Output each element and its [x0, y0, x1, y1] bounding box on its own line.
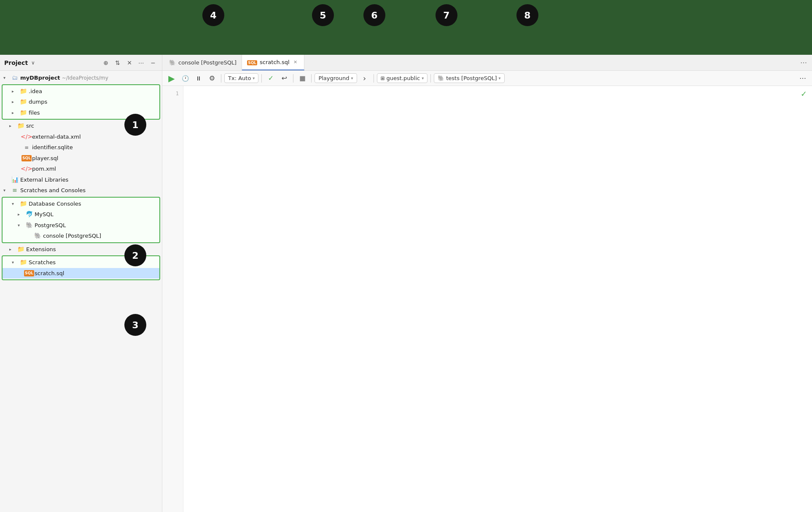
add-icon[interactable]: ⊕	[101, 58, 110, 67]
project-root[interactable]: ▾ 🗂 myDBproject ~/IdeaProjects/my	[0, 72, 162, 83]
schema-dropdown[interactable]: ⊞ guest.public ▾	[377, 73, 428, 83]
schema-arrow: ▾	[422, 76, 424, 80]
tab-bar: 🐘 console [PostgreSQL] SQL scratch.sql ✕…	[162, 55, 812, 71]
tab-scratch-sql[interactable]: SQL scratch.sql ✕	[242, 55, 304, 70]
db-dropdown[interactable]: 🐘 tests [PostgreSQL] ▾	[434, 73, 504, 83]
pom-xml-icon: </>	[23, 165, 30, 173]
scratches-consoles-icon: ≡	[11, 187, 19, 194]
chevron-down: ▾	[18, 222, 24, 228]
line-numbers: 1	[162, 86, 183, 512]
src-label: src	[26, 122, 34, 130]
separator-1	[221, 74, 221, 83]
scratch-sql-item[interactable]: SQL scratch.sql	[3, 268, 159, 279]
console-postgresql-label: console [PostgreSQL]	[43, 232, 101, 240]
tab-console-postgresql-label: console [PostgreSQL]	[178, 59, 237, 66]
files-label: files	[29, 109, 40, 117]
separator-4	[311, 74, 312, 83]
tab-scratch-sql-label: scratch.sql	[260, 59, 289, 65]
playground-label: Playground	[318, 75, 349, 81]
separator-3	[293, 74, 293, 83]
tab-close-button[interactable]: ✕	[292, 59, 299, 66]
run-button[interactable]: ▶	[166, 72, 177, 84]
pause-button[interactable]: ⏸	[193, 72, 204, 84]
external-data-label: external-data.xml	[32, 133, 81, 141]
stop-button[interactable]: ■	[296, 72, 308, 84]
external-libraries-label: External Libraries	[20, 176, 68, 184]
idea-folder[interactable]: ▸ 📁 .idea	[3, 86, 159, 97]
separator-2	[261, 74, 262, 83]
mysql-folder[interactable]: ▸ 🐬 MySQL	[3, 209, 159, 220]
idea-label: .idea	[29, 87, 42, 96]
playground-dropdown[interactable]: Playground ▾	[315, 73, 357, 83]
scratch-sql-label: scratch.sql	[35, 269, 64, 278]
settings-button[interactable]: ⚙	[206, 72, 218, 84]
annotation-badge-1: 1	[124, 114, 146, 136]
commit-button[interactable]: ✓	[265, 72, 277, 84]
schema-label: guest.public	[387, 75, 420, 81]
src-folder-icon: 📁	[17, 122, 24, 130]
files-folder-icon: 📁	[19, 109, 27, 116]
editor-content[interactable]: ✓	[183, 86, 812, 512]
chevron-right-icon: ▸	[12, 88, 18, 94]
annotation-badge-7: 7	[436, 4, 457, 26]
tab-more-button[interactable]: ⋯	[797, 59, 810, 67]
tab-pg-icon: 🐘	[169, 59, 176, 66]
pom-xml[interactable]: </> pom.xml	[0, 164, 162, 174]
chevron-icon: ▾	[3, 75, 9, 81]
db-arrow: ▾	[498, 76, 500, 80]
move-icon[interactable]: ⇅	[113, 58, 122, 67]
tx-auto-dropdown[interactable]: Tx: Auto ▾	[224, 73, 258, 83]
identifier-label: identifier.sqlite	[32, 143, 73, 152]
chevron-right-icon: ▸	[12, 110, 18, 116]
player-sql[interactable]: SQL player.sql	[0, 153, 162, 164]
more-icon[interactable]: ⋯	[137, 58, 146, 67]
chevron-down: ▾	[3, 187, 9, 193]
idea-folder-icon: 📁	[19, 87, 27, 95]
dumps-folder-icon: 📁	[19, 98, 27, 106]
minimize-icon[interactable]: −	[148, 58, 158, 67]
project-title-arrow[interactable]: ∨	[31, 60, 35, 66]
postgresql-label: PostgreSQL	[35, 221, 66, 230]
sql-file-icon: SQL	[23, 154, 30, 162]
sidebar-header: Project ∨ ⊕ ⇅ ✕ ⋯ −	[0, 55, 162, 71]
console-postgresql-item[interactable]: 🐘 console [PostgreSQL]	[3, 231, 159, 241]
sqlite-icon: ≡	[23, 144, 30, 151]
line-number-1: 1	[162, 89, 183, 98]
scratch-sql-icon: SQL	[25, 269, 33, 277]
tab-console-postgresql[interactable]: 🐘 console [PostgreSQL]	[164, 55, 242, 70]
mysql-label: MySQL	[35, 210, 54, 219]
scratches-label: Scratches	[29, 258, 56, 267]
tx-auto-label: Tx: Auto	[228, 75, 251, 81]
scratches-and-consoles[interactable]: ▾ ≡ Scratches and Consoles	[0, 185, 162, 196]
rollback-button[interactable]: ↩	[278, 72, 290, 84]
external-lib-icon: 📊	[11, 176, 19, 183]
db-consoles-folder-icon: 📁	[19, 200, 27, 207]
scratches-consoles-label: Scratches and Consoles	[20, 186, 86, 195]
pg-console-icon: 🐘	[34, 232, 41, 240]
tab-sql-icon: SQL	[247, 59, 257, 65]
dumps-folder[interactable]: ▸ 📁 dumps	[3, 97, 159, 107]
separator-5	[374, 74, 374, 83]
postgresql-icon: 🐘	[25, 221, 33, 229]
project-name-label: myDBproject ~/IdeaProjects/my	[20, 74, 108, 82]
check-mark: ✓	[801, 89, 807, 98]
history-button[interactable]: 🕐	[179, 72, 191, 84]
dumps-label: dumps	[29, 98, 47, 106]
database-consoles-folder[interactable]: ▾ 📁 Database Consoles	[3, 198, 159, 209]
content-area: 🐘 console [PostgreSQL] SQL scratch.sql ✕…	[162, 55, 812, 512]
db-label: tests [PostgreSQL]	[446, 75, 497, 81]
database-consoles-label: Database Consoles	[29, 200, 81, 208]
identifier-sqlite[interactable]: ≡ identifier.sqlite	[0, 142, 162, 153]
xml-icon: </>	[23, 133, 30, 140]
arrow-button[interactable]: ›	[359, 72, 371, 84]
postgresql-folder[interactable]: ▾ 🐘 PostgreSQL	[3, 220, 159, 231]
editor-toolbar: ▶ 🕐 ⏸ ⚙ Tx: Auto ▾ ✓ ↩	[162, 71, 812, 86]
project-title: Project	[4, 59, 28, 66]
chevron-right: ▸	[9, 246, 15, 252]
chevron-right: ▸	[18, 211, 24, 217]
tx-auto-arrow: ▾	[253, 76, 255, 80]
more-options-button[interactable]: ⋯	[797, 72, 809, 84]
chevron-right-icon: ▸	[12, 99, 18, 105]
close-icon[interactable]: ✕	[125, 58, 134, 67]
external-libraries[interactable]: 📊 External Libraries	[0, 174, 162, 185]
